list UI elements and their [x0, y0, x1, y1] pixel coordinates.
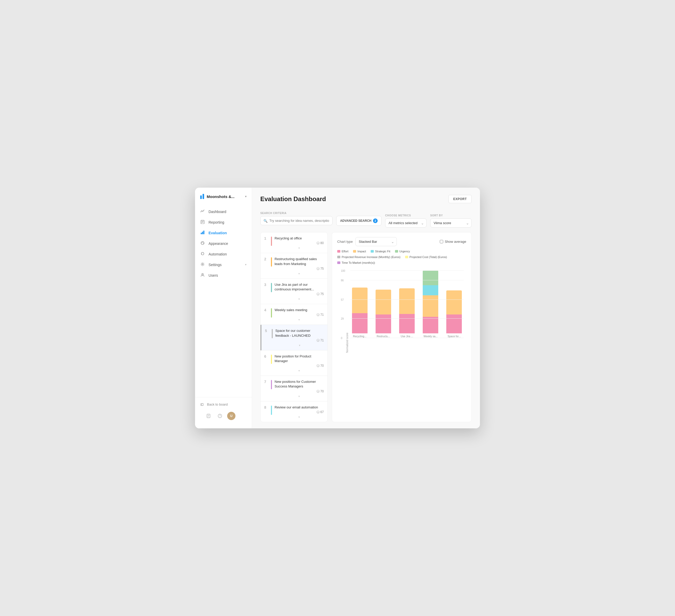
sidebar-item-dashboard[interactable]: Dashboard	[195, 206, 252, 217]
settings-chevron: ▾	[245, 263, 246, 266]
ideas-list: 1 Recycling at office ★ 80 ▾ 2 Restructu…	[260, 232, 328, 422]
sortby-section: SORT BY Viima score Effort Impact	[430, 214, 472, 228]
sidebar-footer: Back to board ? U	[195, 397, 252, 424]
sidebar-item-users[interactable]: Users	[195, 270, 252, 281]
idea-chevron: ▾	[275, 297, 324, 302]
search-section: SEARCH CRITERIA 🔍	[260, 212, 332, 225]
svg-rect-6	[203, 231, 204, 234]
idea-footer: ★ 67	[275, 410, 324, 416]
grid-label: 100	[341, 269, 345, 272]
grid-line: 0	[350, 338, 464, 338]
legend-item: Projected Cost (Total) (Euros)	[405, 255, 447, 259]
idea-item-8[interactable]: 8 Review our email automation ★ 67 ▾	[260, 402, 327, 422]
sidebar-item-appearance[interactable]: Appearance	[195, 238, 252, 249]
avatar[interactable]: U	[227, 412, 235, 420]
search-input[interactable]	[260, 216, 332, 225]
sidebar-item-settings[interactable]: Settings ▾	[195, 259, 252, 270]
idea-score: ★ 70	[316, 364, 324, 367]
legend-dot	[337, 250, 341, 253]
search-input-wrap: 🔍	[260, 216, 332, 225]
dashboard-label: Dashboard	[209, 210, 226, 214]
workspace-chevron[interactable]: ▾	[245, 195, 246, 198]
bar-group: Space for...	[445, 270, 464, 338]
legend-dot	[337, 261, 341, 264]
reporting-label: Reporting	[209, 220, 224, 225]
stacked-bar[interactable]	[352, 287, 368, 333]
metrics-section: CHOOSE METRICS All metrics selected Effo…	[385, 214, 427, 228]
back-to-board[interactable]: Back to board	[200, 401, 246, 409]
bar-segment	[399, 314, 415, 333]
chart-legend: Effort Impact Strategic Fit Urgency Proj…	[337, 250, 466, 264]
bar-segment	[423, 317, 438, 334]
idea-number: 6	[264, 354, 268, 358]
advanced-search-button[interactable]: ADVANCED SEARCH 2	[336, 216, 382, 226]
idea-body: Weekly sales meeting ★ 71 ▾	[275, 308, 324, 323]
stacked-bar[interactable]	[446, 290, 462, 333]
idea-chevron: ▾	[275, 416, 324, 420]
bar-segment	[399, 288, 415, 314]
dashboard-icon	[200, 209, 205, 214]
idea-color-dot	[271, 355, 272, 364]
export-button[interactable]: EXPORT	[448, 195, 472, 203]
grid-label: 29	[341, 317, 344, 320]
sidebar-item-evaluation[interactable]: Evaluation	[195, 228, 252, 238]
stacked-bar[interactable]	[423, 270, 438, 333]
sidebar-header[interactable]: Moonshots &... ▾	[195, 188, 252, 204]
svg-text:★: ★	[317, 293, 319, 295]
svg-point-11	[202, 264, 203, 265]
bar-segment	[352, 287, 368, 313]
show-average-checkbox[interactable]	[440, 240, 443, 243]
sortby-select[interactable]: Viima score Effort Impact	[430, 218, 472, 228]
automation-icon	[200, 252, 205, 257]
evaluation-icon	[200, 230, 205, 235]
idea-footer: ★ 70	[275, 363, 324, 369]
stacked-bar[interactable]	[376, 290, 391, 333]
idea-item-3[interactable]: 3 Use Jira as part of our continuous imp…	[260, 279, 327, 304]
idea-item-4[interactable]: 4 Weekly sales meeting ★ 71 ▾	[260, 304, 327, 325]
idea-color-dot	[271, 237, 272, 246]
legend-item: Projected Revenue Increase (Monthly) (Eu…	[337, 255, 400, 259]
idea-title: Review our email automation	[275, 405, 324, 410]
sidebar-nav: Dashboard Reporting Evaluation Appearanc…	[195, 204, 252, 397]
legend-label: Time To Market (month(s))	[342, 261, 375, 264]
idea-number: 7	[264, 379, 268, 384]
idea-title: Weekly sales meeting	[275, 308, 324, 313]
idea-color-dot	[271, 380, 272, 389]
bar-group: Weekly sa...	[421, 270, 440, 338]
help-doc-icon[interactable]	[204, 412, 213, 420]
idea-body: New position for Product Manager ★ 70 ▾	[275, 354, 324, 373]
sidebar-item-automation[interactable]: Automation	[195, 249, 252, 259]
legend-dot	[405, 256, 408, 258]
idea-item-5[interactable]: 5 Space for our customer feedback - LAUN…	[260, 325, 327, 350]
idea-item-6[interactable]: 6 New position for Product Manager ★ 70 …	[260, 350, 327, 376]
svg-point-9	[203, 242, 203, 243]
bar-segment	[446, 315, 462, 333]
idea-number: 8	[264, 405, 268, 410]
legend-label: Impact	[358, 250, 366, 253]
bar-segment	[376, 315, 391, 333]
idea-number: 4	[264, 308, 268, 312]
chart-grid: 1008657290 Recycling...Restructu...Use J…	[350, 270, 464, 338]
bar-label: Recycling...	[353, 335, 367, 338]
bar-label: Restructu...	[377, 335, 390, 338]
svg-point-8	[202, 243, 202, 243]
idea-chevron: ▾	[275, 246, 324, 251]
reporting-icon	[200, 220, 205, 225]
idea-number: 2	[264, 257, 268, 261]
chart-type-select[interactable]: Stacked Bar Bar Line	[355, 237, 397, 246]
svg-text:?: ?	[219, 415, 221, 418]
legend-item: Effort	[337, 250, 348, 253]
idea-item-1[interactable]: 1 Recycling at office ★ 80 ▾	[260, 233, 327, 253]
bar-label: Use Jira ...	[401, 335, 413, 338]
stacked-bar[interactable]	[399, 288, 415, 333]
question-icon[interactable]: ?	[216, 412, 224, 420]
idea-title: New position for Product Manager	[275, 354, 324, 363]
users-icon	[200, 273, 205, 278]
idea-item-2[interactable]: 2 Restructuring qualified sales leads fr…	[260, 253, 327, 278]
idea-item-7[interactable]: 7 New positions for Customer Success Man…	[260, 376, 327, 401]
svg-point-7	[201, 242, 204, 245]
appearance-label: Appearance	[209, 242, 228, 246]
metrics-select[interactable]: All metrics selected Effort Impact Strat…	[385, 218, 427, 228]
svg-rect-5	[202, 232, 203, 234]
sidebar-item-reporting[interactable]: Reporting	[195, 217, 252, 228]
